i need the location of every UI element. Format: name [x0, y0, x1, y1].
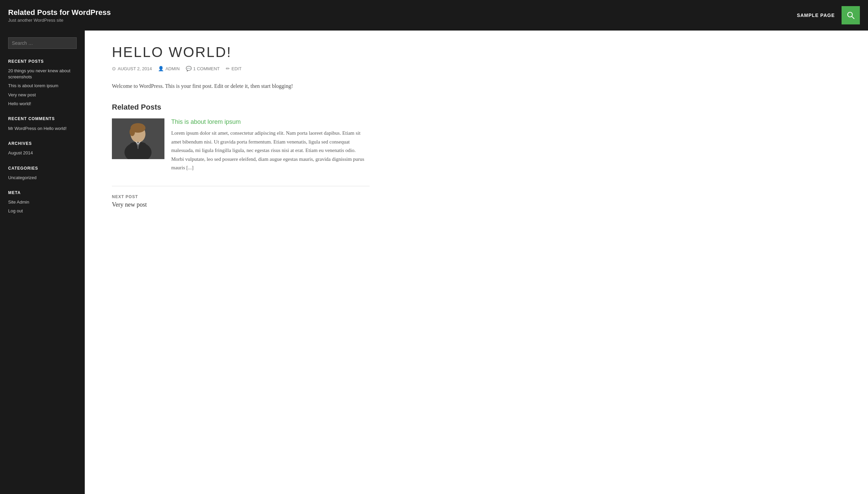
- archives-title: ARCHIVES: [8, 141, 77, 146]
- site-tagline: Just another WordPress site: [8, 18, 111, 23]
- post-meta: ⊙ AUGUST 2, 2014 👤 ADMIN 💬 1 COMMENT ✏ E…: [112, 66, 370, 71]
- next-post-label: NEXT POST: [112, 194, 370, 199]
- related-post-excerpt: Lorem ipsum dolor sit amet, consectetur …: [171, 129, 370, 172]
- recent-post-link[interactable]: This is about lorem ipsum: [8, 83, 77, 89]
- recent-post-link[interactable]: Very new post: [8, 92, 77, 98]
- archive-link[interactable]: August 2014: [8, 150, 77, 156]
- related-post-info: This is about lorem ipsum Lorem ipsum do…: [171, 118, 370, 172]
- next-post-link[interactable]: Very new post: [112, 201, 147, 208]
- main-content: HELLO WORLD! ⊙ AUGUST 2, 2014 👤 ADMIN 💬 …: [85, 31, 390, 494]
- logout-link[interactable]: Log out: [8, 208, 77, 214]
- comment-post-link[interactable]: Hello world!: [44, 126, 67, 131]
- recent-comment-item: Mr WordPress on Hello world!: [8, 125, 77, 132]
- person-thumbnail-svg: [112, 118, 164, 159]
- header-nav: SAMPLE PAGE: [790, 6, 860, 24]
- related-post-thumbnail: [112, 118, 164, 159]
- recent-posts-section: RECENT POSTS 20 things you never knew ab…: [8, 59, 77, 107]
- recent-post-link[interactable]: Hello world!: [8, 101, 77, 107]
- site-title-wrap: Related Posts for WordPress Just another…: [8, 8, 111, 23]
- post-content: Welcome to WordPress. This is your first…: [112, 81, 370, 91]
- comment-icon: 💬: [186, 66, 192, 71]
- search-icon: [847, 12, 854, 19]
- search-form: [8, 37, 77, 49]
- site-title[interactable]: Related Posts for WordPress: [8, 8, 111, 17]
- author-icon: 👤: [158, 66, 164, 71]
- post-comments-link[interactable]: 1 COMMENT: [193, 66, 220, 71]
- site-header: Related Posts for WordPress Just another…: [0, 0, 868, 31]
- post-edit-item: ✏ EDIT: [226, 66, 242, 71]
- site-admin-link[interactable]: Site Admin: [8, 199, 77, 205]
- sidebar: RECENT POSTS 20 things you never knew ab…: [0, 31, 85, 494]
- search-input[interactable]: [8, 37, 77, 49]
- recent-posts-title: RECENT POSTS: [8, 59, 77, 64]
- post-comments-item: 💬 1 COMMENT: [186, 66, 220, 71]
- svg-line-1: [852, 17, 854, 19]
- related-post-title-link[interactable]: This is about lorem ipsum: [171, 118, 370, 126]
- post-title: HELLO WORLD!: [112, 44, 370, 60]
- recent-comments-title: RECENT COMMENTS: [8, 116, 77, 121]
- post-edit-link[interactable]: EDIT: [232, 66, 242, 71]
- sample-page-link[interactable]: SAMPLE PAGE: [790, 13, 842, 18]
- next-post-section: NEXT POST Very new post: [112, 186, 370, 208]
- categories-section: CATEGORIES Uncategorized: [8, 166, 77, 181]
- archives-section: ARCHIVES August 2014: [8, 141, 77, 156]
- related-posts-heading: Related Posts: [112, 103, 370, 112]
- search-toggle-button[interactable]: [842, 6, 860, 24]
- comment-author-link[interactable]: Mr WordPress: [8, 126, 36, 131]
- edit-icon: ✏: [226, 66, 230, 71]
- post-author-item: 👤 ADMIN: [158, 66, 180, 71]
- category-link[interactable]: Uncategorized: [8, 175, 77, 181]
- post-date: AUGUST 2, 2014: [118, 66, 152, 71]
- date-icon: ⊙: [112, 66, 116, 71]
- recent-post-link[interactable]: 20 things you never knew about screensho…: [8, 68, 77, 80]
- meta-section: META Site Admin Log out: [8, 190, 77, 214]
- post-date-item: ⊙ AUGUST 2, 2014: [112, 66, 152, 71]
- categories-title: CATEGORIES: [8, 166, 77, 171]
- svg-point-7: [130, 128, 135, 136]
- layout: RECENT POSTS 20 things you never knew ab…: [0, 31, 868, 494]
- post-author-link[interactable]: ADMIN: [165, 66, 180, 71]
- related-posts-list: This is about lorem ipsum Lorem ipsum do…: [112, 118, 370, 172]
- comment-on-text: on: [37, 126, 43, 131]
- meta-title: META: [8, 190, 77, 195]
- recent-comments-section: RECENT COMMENTS Mr WordPress on Hello wo…: [8, 116, 77, 132]
